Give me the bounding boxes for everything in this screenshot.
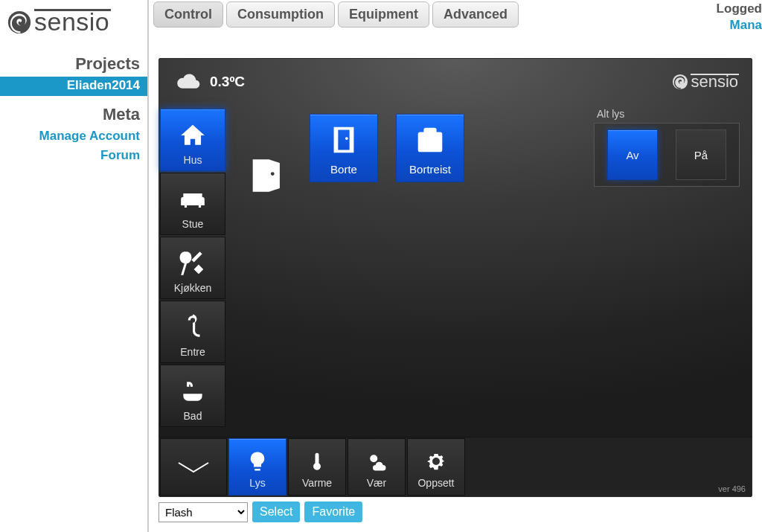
- temperature-value: 0.3ºC: [210, 74, 245, 90]
- scene-label: Bortreist: [409, 163, 451, 176]
- brand-text: sensio: [34, 7, 109, 36]
- weather-widget: 0.3ºC: [173, 71, 245, 92]
- swirl-icon: [671, 73, 689, 91]
- manage-link-top[interactable]: Mana: [717, 18, 762, 33]
- projects-header: Projects: [0, 51, 147, 77]
- room-tile-stue[interactable]: Stue: [160, 173, 225, 235]
- collapse-tile[interactable]: [160, 438, 227, 496]
- left-sidebar: sensio Projects Eliaden2014 Meta Manage …: [0, 0, 149, 532]
- thermometer-icon: [306, 450, 328, 472]
- room-tile-entre[interactable]: Entre: [160, 301, 225, 363]
- category-label: Lys: [249, 477, 265, 489]
- sofa-icon: [179, 185, 207, 214]
- category-label: Varme: [302, 477, 332, 489]
- door-open-icon: [246, 154, 289, 197]
- door-closed-icon: [327, 123, 361, 157]
- meta-header: Meta: [0, 102, 147, 127]
- category-tile-oppsett[interactable]: Oppsett: [407, 438, 465, 496]
- select-button[interactable]: Select: [252, 501, 300, 522]
- control-panel: 0.3ºC sensio Hus Stue Kjøkken Entre: [159, 58, 752, 497]
- room-tile-kjokken[interactable]: Kjøkken: [160, 237, 225, 299]
- alt-lys-on-button[interactable]: På: [676, 129, 726, 180]
- alt-lys-label: Alt lys: [594, 108, 740, 123]
- swirl-icon: [6, 9, 33, 36]
- tab-equipment[interactable]: Equipment: [338, 1, 429, 28]
- room-label: Stue: [182, 218, 204, 230]
- tab-advanced[interactable]: Advanced: [432, 1, 519, 28]
- alt-lys-off-button[interactable]: Av: [607, 129, 658, 180]
- weather-icon: [365, 450, 388, 472]
- room-label: Entre: [180, 346, 205, 358]
- panel-brand: sensio: [671, 72, 738, 92]
- version-label: ver 496: [718, 484, 746, 493]
- hook-icon: [179, 313, 207, 342]
- scene-label: Borte: [330, 163, 357, 176]
- cloud-icon: [173, 71, 202, 92]
- panel-bottom-bar: Lys Varme Vær Oppsett ver 496: [159, 437, 752, 496]
- category-tile-varme[interactable]: Varme: [288, 438, 346, 496]
- scene-tile-borte[interactable]: Borte: [310, 114, 378, 182]
- category-label: Oppsett: [417, 477, 454, 489]
- room-label: Kjøkken: [174, 282, 212, 294]
- tab-control[interactable]: Control: [153, 1, 223, 28]
- room-tile-bad[interactable]: Bad: [160, 365, 225, 427]
- top-tabs: Control Consumption Equipment Advanced L…: [153, 0, 762, 30]
- alt-lys-box: Av På: [594, 123, 740, 187]
- rooms-column: Hus Stue Kjøkken Entre Bad: [159, 108, 226, 437]
- gear-icon: [425, 450, 447, 472]
- project-link-active[interactable]: Eliaden2014: [0, 77, 147, 96]
- whisk-icon: [179, 249, 207, 278]
- room-label: Bad: [184, 410, 202, 422]
- category-tile-lys[interactable]: Lys: [228, 438, 286, 496]
- alt-lys-group: Alt lys Av På: [594, 108, 740, 187]
- room-tile-hus[interactable]: Hus: [160, 109, 225, 171]
- house-icon: [179, 121, 207, 150]
- panel-top-bar: 0.3ºC sensio: [159, 59, 752, 105]
- favorite-button[interactable]: Favorite: [304, 501, 362, 522]
- category-label: Vær: [367, 477, 386, 489]
- viewer-select[interactable]: Flash: [159, 502, 248, 522]
- manage-account-link[interactable]: Manage Account: [0, 127, 147, 147]
- tab-consumption[interactable]: Consumption: [226, 1, 335, 28]
- brand-logo: sensio: [6, 7, 144, 36]
- scene-tile-home[interactable]: [246, 154, 292, 200]
- suitcase-icon: [413, 123, 447, 157]
- scene-tile-bortreist[interactable]: Bortreist: [396, 114, 464, 182]
- viewer-controls: Flash Select Favorite: [159, 501, 362, 522]
- svg-point-0: [370, 455, 377, 462]
- center-area: Borte Bortreist Alt lys Av På: [234, 108, 744, 429]
- panel-brand-text: sensio: [691, 72, 738, 92]
- login-status: Logged Mana: [717, 1, 762, 33]
- faucet-icon: [179, 377, 207, 406]
- category-tile-vaer[interactable]: Vær: [348, 438, 406, 496]
- forum-link[interactable]: Forum: [0, 147, 147, 166]
- room-label: Hus: [184, 154, 202, 166]
- bulb-icon: [246, 450, 269, 472]
- logged-label: Logged: [717, 1, 762, 16]
- chevron-down-icon: [177, 460, 210, 475]
